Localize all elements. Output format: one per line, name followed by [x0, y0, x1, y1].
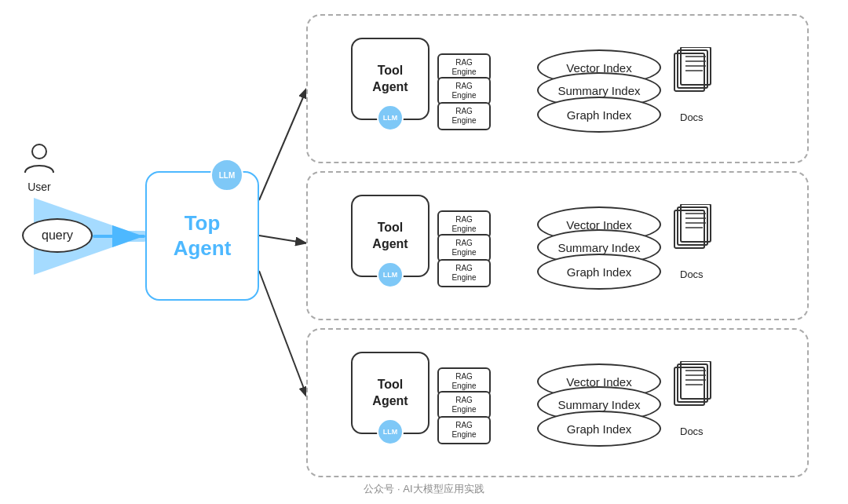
tool-agent-1: ToolAgent LLM: [351, 38, 429, 120]
svg-line-5: [259, 86, 308, 200]
docs-icon-1: [673, 47, 714, 110]
svg-rect-35: [678, 207, 707, 245]
docs-label-2: Docs: [680, 268, 704, 280]
diagram: User query LLM Top Agent ToolAgent LLM R…: [0, 0, 848, 504]
tool-agent-3-llm: LLM: [377, 418, 404, 445]
svg-line-7: [259, 271, 308, 399]
user-icon: [22, 141, 57, 176]
tool-agent-1-label: ToolAgent: [372, 63, 408, 96]
group-box-1: ToolAgent LLM RAGEngine RAGEngine RAGEng…: [306, 14, 809, 163]
rag-engine-2-2: RAGEngine: [437, 234, 491, 262]
tool-agent-3: ToolAgent LLM: [351, 352, 429, 434]
tool-agent-2-label: ToolAgent: [372, 220, 408, 253]
rag-engine-3-3: RAGEngine: [437, 416, 491, 444]
docs-icon-3: [673, 361, 714, 424]
docs-label-3: Docs: [680, 425, 704, 437]
top-agent-llm-badge: LLM: [210, 159, 243, 192]
tool-agent-2-llm: LLM: [377, 261, 404, 288]
user-label: User: [27, 181, 51, 193]
tool-agent-1-llm: LLM: [377, 104, 404, 131]
tool-agent-2: ToolAgent LLM: [351, 195, 429, 277]
graph-index-2: Graph Index: [537, 254, 661, 290]
query-text: query: [42, 228, 73, 243]
svg-rect-42: [678, 364, 707, 402]
docs-label-1: Docs: [680, 111, 704, 123]
graph-index-1: Graph Index: [537, 97, 661, 133]
svg-point-26: [32, 144, 46, 159]
top-agent-label: Top Agent: [174, 211, 232, 260]
svg-line-6: [259, 236, 308, 243]
graph-index-3: Graph Index: [537, 411, 661, 447]
top-agent-box: LLM Top Agent: [145, 171, 259, 301]
rag-engine-1-2: RAGEngine: [437, 77, 491, 105]
svg-rect-28: [678, 50, 707, 88]
group-box-3: ToolAgent LLM RAGEngine RAGEngine RAGEng…: [306, 328, 809, 477]
rag-engine-2-3: RAGEngine: [437, 259, 491, 287]
query-ellipse: query: [22, 218, 93, 253]
tool-agent-3-label: ToolAgent: [372, 377, 408, 410]
rag-engine-3-2: RAGEngine: [437, 391, 491, 419]
user-section: User: [22, 141, 57, 193]
watermark: 公众号 · AI大模型应用实践: [364, 482, 484, 496]
group-box-2: ToolAgent LLM RAGEngine RAGEngine RAGEng…: [306, 171, 809, 320]
docs-icon-2: [673, 204, 714, 267]
rag-engine-1-3: RAGEngine: [437, 102, 491, 130]
